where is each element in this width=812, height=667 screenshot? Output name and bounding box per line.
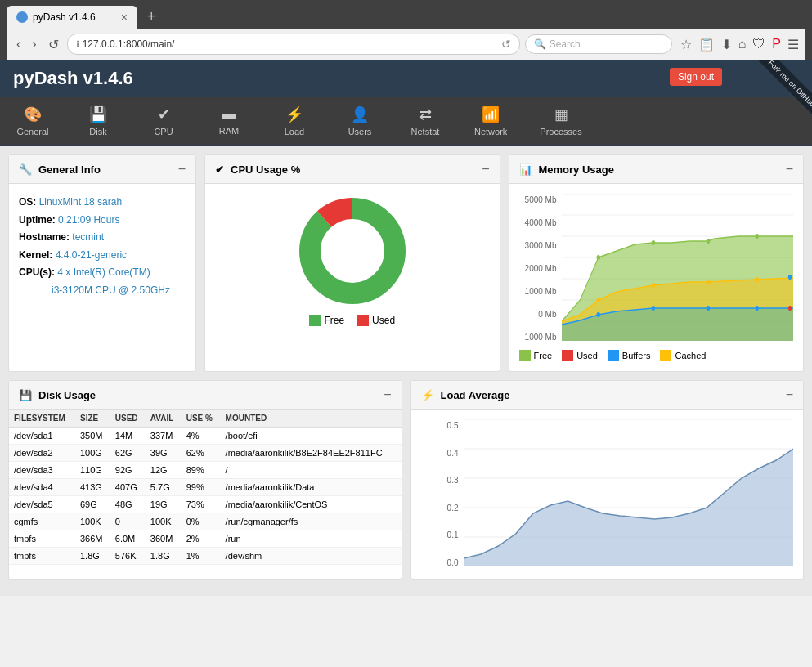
used-label: Used [372, 315, 395, 326]
y-label-1000: 1000 Mb [519, 287, 557, 296]
table-cell: 62% [182, 445, 221, 462]
table-cell: 1.8G [146, 548, 182, 565]
hostname-value: tecmint [72, 231, 104, 243]
disk-usage-card: 💾 Disk Usage − FILESYSTEM SIZE USED AVAI… [8, 380, 402, 580]
table-cell: 100K [146, 513, 182, 530]
mem-used-swatch [562, 350, 573, 361]
col-mounted: MOUNTED [221, 410, 402, 428]
load-average-card: ⚡ Load Average − 0.5 0.4 0.3 0.2 0.1 0.0 [410, 380, 805, 580]
bookmark-icon[interactable]: 📋 [698, 37, 715, 52]
address-input[interactable]: ℹ 127.0.0.1:8000/main/ ↺ [67, 34, 520, 55]
disk-card-header-left: 💾 Disk Usage [19, 389, 96, 401]
table-cell: cgmfs [9, 513, 75, 530]
svg-point-22 [651, 306, 654, 311]
table-cell: 69G [75, 496, 110, 513]
load-y-05: 0.5 [421, 421, 459, 430]
memory-usage-card: 📊 Memory Usage − 5000 Mb 4000 Mb 3000 Mb… [509, 154, 805, 372]
nav-item-netstat[interactable]: ⇄ Netstat [393, 97, 458, 145]
shield-icon[interactable]: 🛡 [752, 37, 765, 51]
active-tab[interactable]: pyDash v1.4.6 × [7, 6, 137, 29]
reload-button[interactable]: ↺ [45, 35, 62, 54]
table-cell: 360M [146, 530, 182, 548]
memory-body: 5000 Mb 4000 Mb 3000 Mb 2000 Mb 1000 Mb … [509, 184, 804, 371]
disk-minimize[interactable]: − [384, 387, 391, 402]
menu-icon[interactable]: ☰ [787, 37, 799, 52]
cpu-row2: i3-3120M CPU @ 2.50GHz [19, 282, 186, 300]
nav-label-processes: Processes [540, 127, 581, 137]
y-label-2000: 2000 Mb [519, 264, 557, 273]
home-icon[interactable]: ⌂ [738, 37, 747, 51]
cpu-donut [295, 194, 410, 308]
svg-point-19 [755, 277, 758, 282]
nav-label-cpu: CPU [154, 127, 173, 137]
table-cell: 0 [110, 513, 146, 530]
mem-free-swatch [519, 350, 531, 361]
uptime-row: Uptime: 0:21:09 Hours [19, 212, 186, 230]
svg-point-11 [596, 255, 599, 260]
cpu-usage-minimize[interactable]: − [482, 162, 489, 177]
nav-label-load: Load [285, 127, 304, 137]
browser-icons: ☆ 📋 ⬇ ⌂ 🛡 P ☰ [680, 37, 799, 52]
svg-point-2 [323, 222, 382, 280]
table-cell: /boot/efi [221, 428, 402, 445]
load-header: ⚡ Load Average − [411, 381, 804, 410]
table-cell: /run/cgmanager/fs [221, 513, 402, 530]
svg-point-14 [755, 234, 758, 239]
nav-item-users[interactable]: 👤 Users [327, 97, 393, 145]
tab-close-button[interactable]: × [121, 11, 128, 24]
disk-title: Disk Usage [38, 389, 96, 401]
nav-item-cpu[interactable]: ✔ CPU [131, 97, 196, 145]
pinterest-icon[interactable]: P [772, 37, 781, 51]
sign-out-button[interactable]: Sign out [670, 68, 722, 86]
ram-icon: ▬ [222, 105, 236, 123]
table-cell: 39G [146, 445, 182, 462]
new-tab-button[interactable]: + [141, 5, 163, 29]
table-row: /dev/sda4413G407G5.7G99%/media/aaronkili… [9, 479, 402, 496]
nav-item-ram[interactable]: ▬ RAM [196, 97, 262, 145]
load-minimize[interactable]: − [786, 387, 793, 402]
forward-button[interactable]: › [29, 35, 39, 53]
nav-item-network[interactable]: 📶 Network [458, 97, 523, 145]
table-cell: /dev/sda4 [9, 479, 75, 496]
hostname-row: Hostname: tecmint [19, 229, 186, 247]
memory-minimize[interactable]: − [786, 162, 793, 177]
nav-item-load[interactable]: ⚡ Load [262, 97, 327, 145]
table-cell: / [221, 462, 402, 479]
general-info-minimize[interactable]: − [178, 162, 186, 177]
star-icon[interactable]: ☆ [680, 37, 692, 52]
table-cell: 6.0M [110, 530, 146, 548]
table-cell: /dev/sda1 [9, 428, 75, 445]
table-cell: /dev/sda2 [9, 445, 75, 462]
nav-item-disk[interactable]: 💾 Disk [65, 97, 131, 145]
search-box[interactable]: 🔍 Search [525, 34, 672, 54]
disk-icon: 💾 [89, 105, 107, 123]
back-button[interactable]: ‹ [13, 35, 24, 53]
load-y-04: 0.4 [421, 449, 459, 458]
table-row: cgmfs100K0100K0%/run/cgmanager/fs [9, 513, 402, 530]
y-label-neg1000: -1000 Mb [519, 333, 557, 342]
table-cell: 89% [182, 462, 221, 479]
memory-card-header-left: 📊 Memory Usage [519, 163, 614, 176]
fork-label[interactable]: Fork me on GitHub [755, 60, 812, 120]
col-size: SIZE [75, 410, 110, 428]
svg-point-23 [706, 306, 709, 311]
table-cell: 99% [182, 479, 221, 496]
disk-icon: 💾 [19, 389, 32, 401]
nav-label-ram: RAM [219, 126, 239, 136]
browser-chrome: pyDash v1.4.6 × + ‹ › ↺ ℹ 127.0.0.1:8000… [0, 0, 812, 60]
nav-item-processes[interactable]: ▦ Processes [523, 97, 598, 145]
nav-label-netstat: Netstat [411, 127, 440, 137]
mem-buffers-swatch [608, 350, 619, 361]
processes-icon: ▦ [554, 105, 568, 123]
cpu-label: CPU(s): [19, 266, 55, 278]
main-content: 🔧 General Info − OS: LinuxMint 18 sarah … [0, 146, 812, 596]
table-cell: 2% [182, 530, 221, 548]
table-cell: 366M [75, 530, 110, 548]
nav-item-general[interactable]: 🎨 General [0, 97, 65, 145]
download-icon[interactable]: ⬇ [721, 37, 732, 52]
table-cell: 4% [182, 428, 221, 445]
disk-usage-header: 💾 Disk Usage − [9, 381, 402, 410]
table-cell: 92G [110, 462, 146, 479]
users-icon: 👤 [351, 105, 369, 123]
svg-point-13 [706, 239, 709, 244]
